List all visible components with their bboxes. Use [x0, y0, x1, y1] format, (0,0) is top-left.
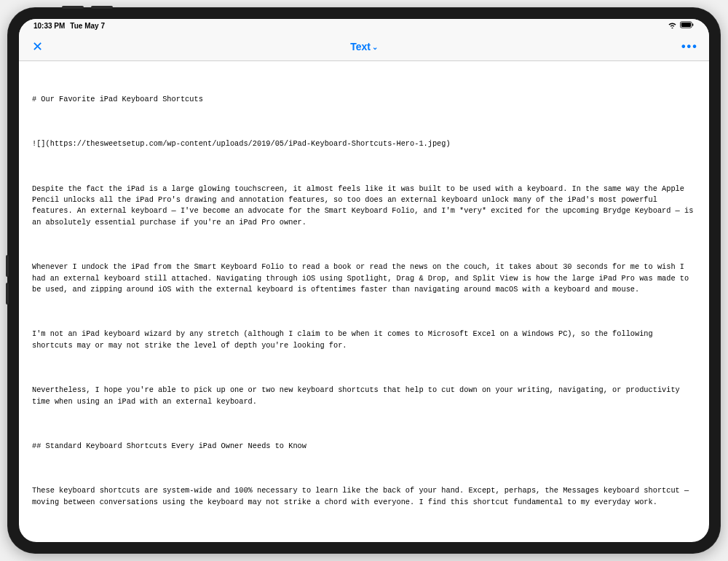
- status-bar: 10:33 PM Tue May 7: [19, 19, 709, 32]
- status-time: 10:33 PM: [33, 22, 65, 30]
- battery-icon: [680, 21, 695, 30]
- svg-rect-1: [681, 23, 691, 27]
- title-dropdown[interactable]: Text ⌄: [350, 41, 378, 52]
- wifi-icon: [668, 21, 677, 30]
- text-line: # Our Favorite iPad Keyboard Shortcuts: [32, 94, 696, 105]
- text-line: Nevertheless, I hope you're able to pick…: [32, 385, 696, 407]
- editor-content[interactable]: # Our Favorite iPad Keyboard Shortcuts !…: [19, 61, 709, 542]
- close-button[interactable]: ✕: [32, 39, 47, 55]
- text-line: Despite the fact the iPad is a large glo…: [32, 184, 696, 229]
- more-button[interactable]: •••: [681, 40, 696, 53]
- text-line: **Command + H:** Whenever you're inside …: [32, 541, 696, 542]
- text-line: ## Standard Keyboard Shortcuts Every iPa…: [32, 441, 696, 452]
- text-line: I'm not an iPad keyboard wizard by any s…: [32, 329, 696, 351]
- chevron-down-icon: ⌄: [372, 43, 378, 51]
- text-line: ![](https://thesweetsetup.com/wp-content…: [32, 138, 696, 149]
- volume-down-button: [91, 6, 113, 9]
- status-date: Tue May 7: [70, 22, 105, 30]
- side-button-2: [6, 283, 9, 305]
- status-right: [668, 21, 695, 30]
- status-left: 10:33 PM Tue May 7: [33, 22, 105, 30]
- svg-rect-2: [692, 23, 693, 26]
- nav-bar: ✕ Text ⌄ •••: [19, 32, 709, 61]
- nav-title-label: Text: [350, 41, 371, 52]
- screen: 10:33 PM Tue May 7 ✕ Text ⌄ ••• # Our Fa…: [19, 19, 709, 542]
- text-line: These keyboard shortcuts are system-wide…: [32, 485, 696, 508]
- ipad-frame: 10:33 PM Tue May 7 ✕ Text ⌄ ••• # Our Fa…: [7, 7, 721, 554]
- side-button-1: [6, 255, 9, 277]
- volume-up-button: [62, 6, 84, 9]
- text-line: Whenever I undock the iPad from the Smar…: [32, 262, 696, 295]
